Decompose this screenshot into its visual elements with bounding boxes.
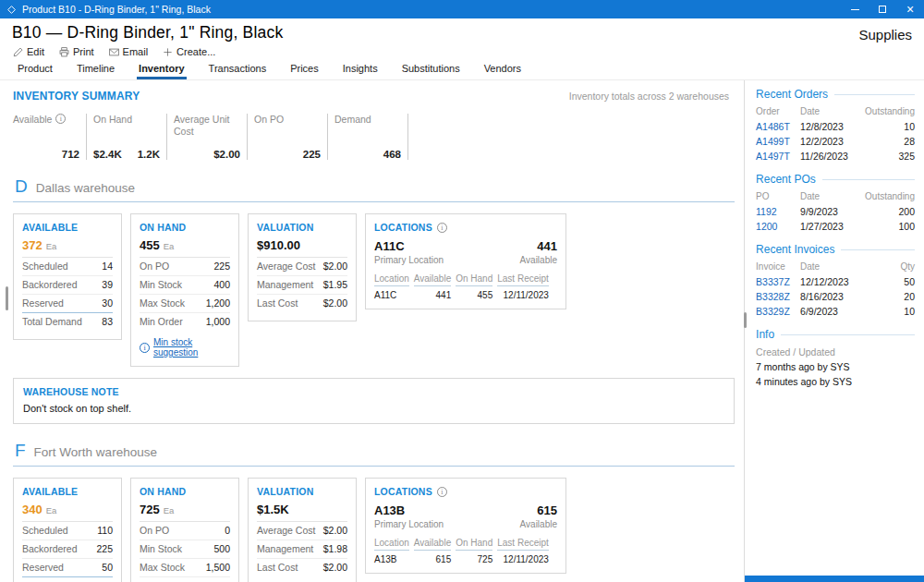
card-title: LOCATIONS xyxy=(374,222,432,233)
kv-row: Backordered 39 xyxy=(22,275,113,294)
recent-invoice-row: B3329Z 6/9/2023 10 xyxy=(756,304,915,319)
kv-row: Min Order 1,000 xyxy=(140,576,230,582)
kv-row: Management $1.95 xyxy=(257,275,347,294)
order-date: 12/8/2023 xyxy=(800,119,865,134)
created-value: 7 months ago by SYS xyxy=(756,359,915,374)
kv-value: 400 xyxy=(213,279,230,290)
info-icon[interactable] xyxy=(55,114,66,124)
close-button[interactable] xyxy=(896,0,924,18)
create-label: Create... xyxy=(176,46,215,57)
invoice-link[interactable]: B3337Z xyxy=(756,274,800,289)
printer-icon xyxy=(59,47,69,57)
available-total: 712 xyxy=(13,149,79,160)
kv-row: Scheduled 110 xyxy=(22,522,113,540)
on-hand-value: 725 xyxy=(140,503,160,516)
col-available: Available xyxy=(414,273,451,286)
warehouse-header-fort-worth: F Fort Worth warehouse xyxy=(13,439,735,467)
kv-row: Total Demand 83 xyxy=(22,313,113,331)
order-link[interactable]: A1499T xyxy=(756,134,800,149)
sidebar-horizontal-scrollbar[interactable] xyxy=(745,576,924,582)
invoice-qty: 10 xyxy=(865,304,915,319)
col-outstanding: Outstanding xyxy=(865,104,915,119)
po-outstanding: 100 xyxy=(865,219,915,234)
card-title: VALUATION xyxy=(257,222,347,233)
min-stock-suggestion-label: Min stock suggestion xyxy=(153,337,230,358)
tab-insights[interactable]: Insights xyxy=(331,59,390,79)
kv-label: On PO xyxy=(140,525,169,536)
kv-value: 30 xyxy=(102,297,113,309)
tab-vendors[interactable]: Vendors xyxy=(472,59,533,79)
po-date: 1/27/2023 xyxy=(800,219,865,234)
invoice-date: 6/9/2023 xyxy=(800,304,865,319)
kv-value: $2.00 xyxy=(323,562,347,573)
info-icon[interactable] xyxy=(437,223,447,233)
kv-label: Reserved xyxy=(22,297,64,309)
sidebar: Recent Orders Order Date Outstanding A14… xyxy=(745,80,924,582)
created-updated-label: Created / Updated xyxy=(756,345,915,359)
kv-value: 14 xyxy=(102,261,113,272)
kv-value: 1,200 xyxy=(206,297,230,309)
order-link[interactable]: A1497T xyxy=(756,149,800,164)
invoice-link[interactable]: B3328Z xyxy=(756,289,800,304)
plus-icon xyxy=(163,47,173,57)
minimize-icon xyxy=(851,9,859,10)
kv-label: Min Order xyxy=(140,316,183,327)
kv-value: 225 xyxy=(96,543,113,554)
kv-label: Min Stock xyxy=(140,279,182,290)
edit-label: Edit xyxy=(27,46,44,57)
page-header: B10 — D-Ring Binder, 1" Ring, Black Supp… xyxy=(0,18,924,42)
invoice-link[interactable]: B3329Z xyxy=(756,304,800,319)
tab-timeline[interactable]: Timeline xyxy=(65,59,127,79)
po-link[interactable]: 1200 xyxy=(756,219,800,234)
divider-line xyxy=(781,334,915,335)
demand-label: Demand xyxy=(334,114,401,126)
window-controls xyxy=(841,0,924,18)
email-button[interactable]: Email xyxy=(109,46,149,57)
location-row: A11C 441 455 12/11/2023 xyxy=(374,286,549,300)
valuation-card: VALUATION $1.5K Average Cost $2.00 Manag… xyxy=(248,478,357,582)
kv-value: 225 xyxy=(213,261,230,272)
warehouse-note-card: WAREHOUSE NOTE Don't stock on top shelf. xyxy=(13,378,735,424)
order-date: 12/2/2023 xyxy=(800,134,865,149)
col-po: PO xyxy=(756,189,800,204)
kv-row: On PO 0 xyxy=(140,522,230,540)
tab-product[interactable]: Product xyxy=(6,59,65,79)
tab-transactions[interactable]: Transactions xyxy=(197,59,279,79)
warehouse-name: Dallas warehouse xyxy=(36,181,135,195)
print-button[interactable]: Print xyxy=(59,46,94,57)
available-card: AVAILABLE 340 Ea Scheduled 110 Backorder… xyxy=(13,478,122,582)
min-stock-suggestion-link[interactable]: Min stock suggestion xyxy=(140,337,230,358)
maximize-button[interactable] xyxy=(869,0,896,18)
recent-invoices-title: Recent Invoices xyxy=(756,243,834,256)
card-title: AVAILABLE xyxy=(22,486,113,497)
print-label: Print xyxy=(73,46,94,57)
po-link[interactable]: 1192 xyxy=(756,204,800,219)
tab-inventory[interactable]: Inventory xyxy=(127,59,197,79)
warehouse-note-title: WAREHOUSE NOTE xyxy=(23,386,724,397)
kv-row: Reserved 30 xyxy=(22,294,113,313)
order-link[interactable]: A1486T xyxy=(756,119,800,134)
main-scrollbar-thumb[interactable] xyxy=(744,312,747,328)
col-location: Location xyxy=(374,538,409,551)
edit-button[interactable]: Edit xyxy=(13,46,44,57)
summary-columns: Available 712 On Hand $2.4K 1.2K Average… xyxy=(13,114,735,160)
tab-prices[interactable]: Prices xyxy=(278,59,331,79)
create-button[interactable]: Create... xyxy=(163,46,215,57)
summary-avg-unit-cost: Average Unit Cost $2.00 xyxy=(174,114,248,160)
on-po-value: 225 xyxy=(254,149,321,160)
locations-table: Location Available On Hand Last Receipt … xyxy=(370,273,553,300)
minimize-button[interactable] xyxy=(841,0,869,18)
info-icon[interactable] xyxy=(437,487,447,497)
kv-label: On PO xyxy=(140,261,169,272)
tab-substitutions[interactable]: Substitutions xyxy=(390,59,472,79)
recent-pos-section: Recent POs PO Date Outstanding 1192 9/9/… xyxy=(756,173,915,234)
envelope-icon xyxy=(109,47,119,57)
on-hand-label: On Hand xyxy=(93,114,160,126)
on-hand-cell: 725 xyxy=(456,551,492,564)
po-date: 9/9/2023 xyxy=(800,204,865,219)
window-title: Product B10 - D-Ring Binder, 1" Ring, Bl… xyxy=(22,4,211,15)
kv-row: Min Stock 500 xyxy=(140,540,230,558)
primary-location-label: Primary Location xyxy=(374,255,444,265)
left-scrollbar-thumb[interactable] xyxy=(6,286,8,310)
location-available-value: 441 xyxy=(520,239,557,253)
